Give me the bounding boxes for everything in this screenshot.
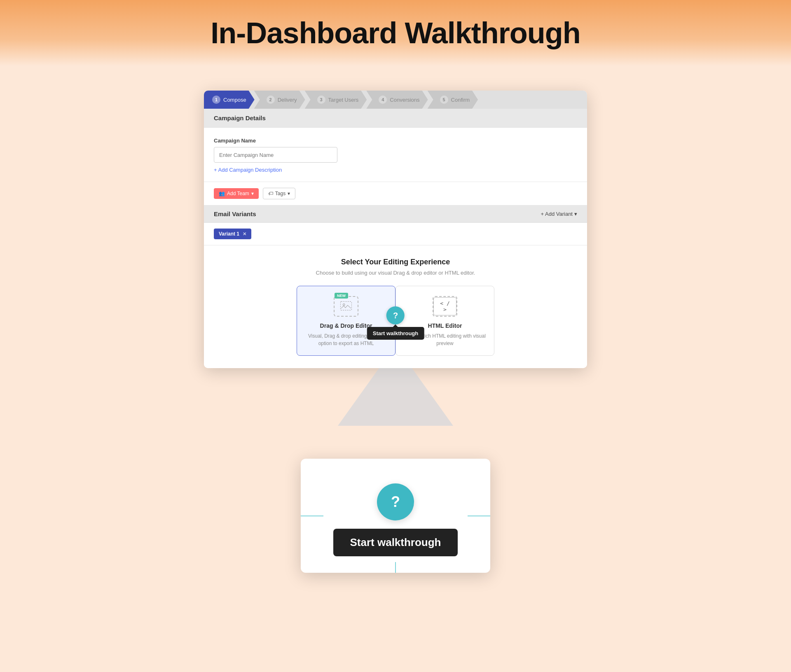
tags-label: Tags <box>275 191 286 196</box>
tags-button[interactable]: 🏷 Tags ▾ <box>263 188 295 199</box>
variant-1-close-icon[interactable]: ✕ <box>243 231 246 237</box>
step-number-2: 2 <box>267 96 275 104</box>
step-number-5: 5 <box>440 96 448 104</box>
magnified-walkthrough-tooltip: Start walkthrough <box>333 529 457 556</box>
magnified-question-mark: ? <box>391 493 400 511</box>
chevron-down-icon-tags: ▾ <box>288 191 290 196</box>
magnified-panel: ? Start walkthrough <box>301 459 490 573</box>
campaign-details-body: Campaign Name + Add Campaign Description <box>204 128 587 182</box>
left-line <box>301 516 323 516</box>
editors-row: NEW Drag & Drop Editor Visual, Drag & dr… <box>214 286 577 356</box>
step-confirm[interactable]: 5 Confirm <box>428 91 478 109</box>
question-mark-icon: ? <box>393 311 398 320</box>
editor-selection: Select Your Editing Experience Choose to… <box>204 245 587 368</box>
campaign-name-label: Campaign Name <box>214 138 577 144</box>
step-number-4: 4 <box>379 96 387 104</box>
editor-selection-title: Select Your Editing Experience <box>214 258 577 266</box>
stepper: 1 Compose 2 Delivery 3 Target Users 4 Co… <box>204 91 587 109</box>
walkthrough-container: ? Start walkthrough <box>367 306 424 340</box>
chevron-down-icon: ▾ <box>251 191 254 196</box>
step-delivery[interactable]: 2 Delivery <box>254 91 305 109</box>
svg-marker-2 <box>338 368 453 426</box>
main-content: 1 Compose 2 Delivery 3 Target Users 4 Co… <box>0 66 791 589</box>
step-target-users[interactable]: 3 Target Users <box>305 91 367 109</box>
email-variants-title: Email Variants <box>214 210 256 217</box>
add-description-link[interactable]: + Add Campaign Description <box>214 167 282 173</box>
html-editor-icon-container: < / > <box>433 296 457 317</box>
step-label-confirm: Confirm <box>451 97 470 103</box>
walkthrough-button[interactable]: ? <box>386 306 405 324</box>
variant-1-tab[interactable]: Variant 1 ✕ <box>214 229 251 239</box>
step-compose[interactable]: 1 Compose <box>204 91 255 109</box>
drag-drop-icon: NEW <box>334 296 358 317</box>
dashboard-card: 1 Compose 2 Delivery 3 Target Users 4 Co… <box>204 91 587 368</box>
campaign-details-header: Campaign Details <box>204 109 587 128</box>
step-conversions[interactable]: 4 Conversions <box>366 91 428 109</box>
chevron-down-icon-variant: ▾ <box>574 211 577 217</box>
svg-point-1 <box>343 304 345 306</box>
step-label-compose: Compose <box>223 97 246 103</box>
tag-icon: 🏷 <box>268 191 273 196</box>
bottom-line <box>395 562 396 573</box>
tags-row: 👥 Add Team ▾ 🏷 Tags ▾ <box>204 182 587 205</box>
add-team-button[interactable]: 👥 Add Team ▾ <box>214 188 259 199</box>
people-icon: 👥 <box>219 191 225 196</box>
add-variant-button[interactable]: + Add Variant ▾ <box>541 211 577 217</box>
email-variants-header: Email Variants + Add Variant ▾ <box>204 205 587 223</box>
campaign-name-input[interactable] <box>214 147 337 163</box>
walkthrough-tooltip: Start walkthrough <box>367 327 424 340</box>
right-line <box>468 516 490 516</box>
step-label-target-users: Target Users <box>328 97 359 103</box>
svg-rect-0 <box>341 301 352 310</box>
html-icon: < / > <box>433 297 456 315</box>
header-banner: In-Dashboard Walkthrough <box>0 0 791 66</box>
add-team-label: Add Team <box>227 191 249 196</box>
step-label-delivery: Delivery <box>278 97 297 103</box>
step-number-3: 3 <box>317 96 325 104</box>
zoom-triangle <box>330 368 461 426</box>
step-label-conversions: Conversions <box>390 97 419 103</box>
variant-1-label: Variant 1 <box>219 231 239 237</box>
editor-selection-subtitle: Choose to build using our visual Drag & … <box>214 270 577 276</box>
magnified-walkthrough-button[interactable]: ? <box>377 483 414 520</box>
step-number-1: 1 <box>212 96 220 104</box>
new-badge: NEW <box>335 293 348 299</box>
variants-tabs: Variant 1 ✕ <box>204 223 587 245</box>
image-editor-icon <box>340 300 352 313</box>
page-title: In-Dashboard Walkthrough <box>211 16 580 50</box>
